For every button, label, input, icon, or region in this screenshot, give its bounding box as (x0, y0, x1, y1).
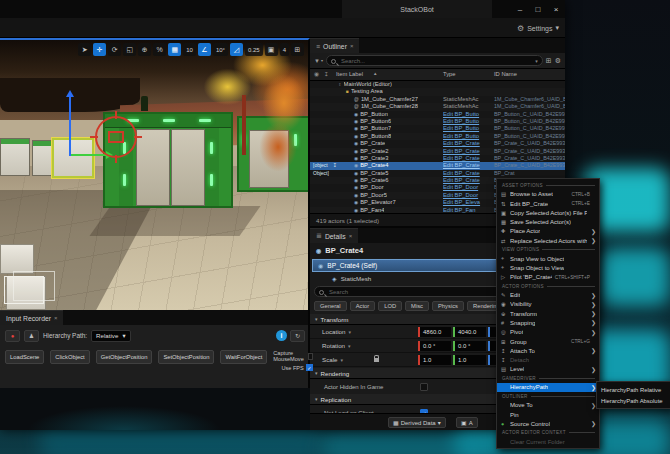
recorder-command-button[interactable]: ClickObject (50, 350, 89, 364)
level-viewport[interactable]: ➤ ✛ ⟳ ◱ ⊕ % ▦ 10 ∠ 10° ◿ 0.25 ▣ 4 ⊞ (0, 38, 310, 310)
actor-label[interactable]: Testing Area (351, 88, 383, 95)
refresh-button[interactable]: ↻ (290, 330, 305, 342)
outliner-search-input[interactable]: Search... ▾ (326, 55, 543, 66)
menu-item[interactable]: ▣ Copy Selected Actor(s) File Path (497, 208, 599, 217)
category-chip[interactable]: General (314, 301, 347, 311)
actor-label[interactable]: BP_Button8 (360, 133, 391, 140)
recorder-command-button[interactable]: LoadScene (5, 350, 44, 364)
actor-label[interactable]: BP_Crate2 (360, 148, 388, 155)
actor-type[interactable]: Edit BP_Butto (443, 111, 493, 119)
outliner-row[interactable]: ◉ BP_Button7 Edit BP_Butto BP_Button_C_U… (310, 125, 565, 132)
filter-icon[interactable]: ▼▾ (314, 58, 323, 64)
chevron-down-icon[interactable]: ▾ (535, 58, 538, 64)
recorder-command-button[interactable]: GetObjectPosition (96, 350, 153, 364)
menu-item[interactable]: ⇅ Edit BP_Crate CTRL+E (497, 199, 599, 208)
eye-icon[interactable]: [object Object] (313, 162, 329, 169)
scale-snap-icon[interactable]: ◿ (230, 43, 243, 56)
menu-item[interactable]: ◉ Visibility ❯ (497, 300, 599, 309)
actor-label[interactable]: BP_Crate3 (360, 155, 388, 162)
submenu-item[interactable]: HierarchyPath Relative (597, 384, 670, 395)
outliner-row[interactable]: ◉ BP_Crate5 Edit BP_Crate BP_Crat (310, 170, 565, 177)
actor-type[interactable]: Edit BP_Crate (443, 177, 493, 185)
menu-item[interactable]: Clear Current Folder (497, 437, 599, 446)
title-bar[interactable]: StackOBot – □ × (0, 0, 565, 18)
record-button[interactable]: ● (5, 330, 20, 342)
category-chip[interactable]: Misc (405, 301, 429, 311)
menu-item[interactable]: ▷ Pilot 'BP_Crate4' CTRL+SHIFT+P (497, 273, 599, 282)
pin-icon[interactable]: ↧ (333, 162, 337, 169)
outliner-row[interactable]: ◉ BP_Crate Edit BP_Crate BP_Crate_C_UAID… (310, 140, 565, 147)
outliner-row[interactable]: ◉ BP_Crate2 Edit BP_Crate BP_Crate_C_UAI… (310, 148, 565, 155)
actor-hidden-checkbox[interactable] (420, 383, 428, 391)
actor-label[interactable]: BP_Button7 (360, 125, 391, 132)
hierarchy-path-dropdown[interactable]: Relative ▾ (91, 330, 130, 342)
actor-label[interactable]: BP_Button (360, 111, 388, 118)
camera-speed-value[interactable]: 4 (280, 43, 289, 56)
actor-type[interactable]: StaticMeshAc (443, 103, 493, 111)
actor-type[interactable]: Edit BP_Crate (443, 148, 493, 156)
scale-tool-icon[interactable]: ◱ (123, 43, 136, 56)
outliner-row[interactable]: ♁ MainWorld (Editor) (310, 81, 565, 88)
actor-label[interactable]: 1M_Cube_Chamfer28 (361, 103, 418, 110)
maximize-button[interactable]: □ (531, 2, 545, 16)
world-space-icon[interactable]: ⊕ (138, 43, 151, 56)
close-icon[interactable]: × (350, 43, 354, 49)
menu-item[interactable]: ⊕ Transform ❯ (497, 309, 599, 318)
actor-type[interactable]: Edit BP_Eleva (443, 199, 493, 207)
outliner-row[interactable]: [object Object] ↧ ◉ BP_Crate4 Edit BP_Cr… (310, 162, 565, 169)
actor-type[interactable]: Edit BP_Door (443, 184, 493, 192)
actor-type[interactable]: Edit BP_Butto (443, 133, 493, 141)
actor-label[interactable]: BP_Door (360, 184, 384, 191)
submenu-item[interactable]: HierarchyPath Absolute (597, 395, 670, 406)
tab-details[interactable]: ≣ Details × (310, 228, 358, 243)
scale-snap-value[interactable]: 0.25 (245, 43, 263, 56)
rotation-snap-icon[interactable]: ∠ (198, 43, 211, 56)
outliner-settings-icon[interactable]: ⚙ (555, 57, 561, 65)
camera-speed-icon[interactable]: ▣ (265, 43, 278, 56)
new-folder-icon[interactable]: ⊞ (546, 57, 552, 65)
actor-type[interactable]: StaticMeshAc (443, 96, 493, 104)
tab-outliner[interactable]: ≡ Outliner × (310, 38, 359, 53)
eye-icon[interactable]: ◉ (314, 71, 319, 77)
minimize-button[interactable]: – (513, 2, 527, 16)
outliner-row[interactable]: @ 1M_Cube_Chamfer27 StaticMeshAc 1M_Cube… (310, 96, 565, 103)
surface-snap-icon[interactable]: % (153, 43, 166, 56)
user-button[interactable]: ♟ (24, 330, 39, 342)
actor-label[interactable]: BP_Elevator7 (360, 199, 395, 206)
menu-item[interactable]: Move To ❯ (497, 401, 599, 410)
grid-snap-icon[interactable]: ▦ (168, 43, 181, 56)
actor-label[interactable]: BP_Crate6 (360, 177, 388, 184)
menu-item[interactable]: ⌖ Snap View to Object (497, 254, 599, 263)
menu-item[interactable]: ✎ Edit ❯ (497, 290, 599, 299)
menu-item[interactable]: HierarchyPath ❯ (497, 383, 599, 392)
value-y-field[interactable]: 4040.0 (453, 327, 486, 337)
close-icon[interactable]: × (54, 315, 58, 321)
menu-item[interactable]: ↧ Detach (497, 356, 599, 365)
menu-item[interactable]: ⊞ Group CTRL+G (497, 337, 599, 346)
menu-item[interactable]: ◎ Pivot ❯ (497, 328, 599, 337)
value-x-field[interactable]: 1.0 (418, 355, 451, 365)
actor-type[interactable]: Edit BP_Crate (443, 140, 493, 148)
outliner-row[interactable]: ■ Testing Area (310, 88, 565, 95)
use-fps-checkbox[interactable]: ✓ (306, 364, 313, 371)
menu-item[interactable]: ↥ Attach To ❯ (497, 346, 599, 355)
menu-item[interactable]: # Snapping ❯ (497, 318, 599, 327)
actor-type[interactable]: Edit BP_Crate (443, 170, 493, 178)
outliner-row[interactable]: ◉ BP_Button8 Edit BP_Butto BP_Button_C_U… (310, 133, 565, 140)
outliner-row[interactable]: ◉ BP_Crate3 Edit BP_Crate BP_Crate_C_UAI… (310, 155, 565, 162)
actor-type[interactable]: Edit BP_Butto (443, 118, 493, 126)
actor-type[interactable]: Edit BP_Door (443, 192, 493, 200)
move-tool-icon[interactable]: ✛ (93, 43, 106, 56)
actor-label[interactable]: 1M_Cube_Chamfer27 (361, 96, 418, 103)
gizmo-z-axis-arrow[interactable] (69, 96, 71, 156)
actor-type[interactable]: Edit BP_Crate (443, 162, 493, 170)
value-x-field[interactable]: 4860.0 (418, 327, 451, 337)
outliner-row[interactable]: ◉ BP_Button6 Edit BP_Butto BP_Button_C_U… (310, 118, 565, 125)
actor-label[interactable]: BP_Crate (360, 140, 385, 147)
capture-mousemove-checkbox[interactable] (308, 353, 313, 360)
select-tool-icon[interactable]: ➤ (78, 43, 91, 56)
rotate-tool-icon[interactable]: ⟳ (108, 43, 121, 56)
gizmo-y-axis-arrow[interactable] (71, 154, 107, 156)
value-y-field[interactable]: 1.0 (453, 355, 486, 365)
save-status-button[interactable]: ▣ A (456, 417, 478, 428)
